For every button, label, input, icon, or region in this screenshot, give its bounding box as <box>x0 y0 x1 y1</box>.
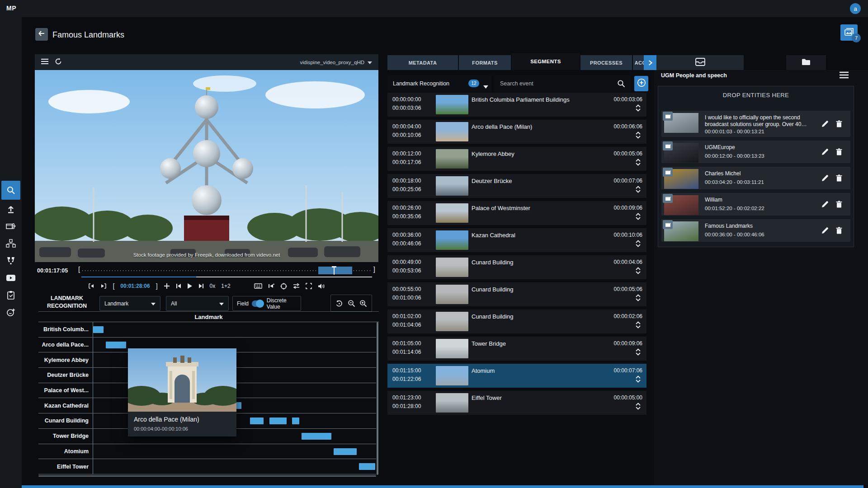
go-to-mark-in-button[interactable] <box>268 283 274 289</box>
tab-processes[interactable]: PROCESSES <box>580 55 632 70</box>
entity-card[interactable]: Famous Landmarks 00:00:36:00 - 00:00:46:… <box>661 219 850 242</box>
segment-row[interactable]: 00:01:02:00 00:01:04:06 Cunard Building … <box>387 310 646 333</box>
chevron-down-icon[interactable] <box>483 82 488 90</box>
folder-tab[interactable] <box>786 55 826 70</box>
search-icon[interactable] <box>617 80 625 88</box>
back-button[interactable] <box>35 28 48 41</box>
segment-row[interactable]: 00:00:26:00 00:00:35:06 Palace of Westmi… <box>387 201 646 225</box>
timeline-vertical-scrollbar[interactable] <box>377 322 378 475</box>
fullscreen-button[interactable] <box>306 283 312 289</box>
segment-reorder-control[interactable] <box>636 213 641 220</box>
scrubber-selection[interactable] <box>318 267 352 274</box>
delete-entity-button[interactable] <box>836 201 842 208</box>
segment-reorder-control[interactable] <box>636 321 641 328</box>
sidebar-item-upload[interactable] <box>0 201 22 218</box>
playhead-marker[interactable] <box>334 266 335 275</box>
filter-dropdown[interactable]: All <box>166 296 229 311</box>
add-marker-button[interactable] <box>164 283 170 289</box>
segment-reorder-control[interactable] <box>636 294 641 301</box>
segment-reorder-control[interactable] <box>636 104 641 112</box>
entity-card[interactable]: Charles Michel 00:03:04:20 - 00:03:11:21 <box>661 167 850 189</box>
library-tab-strip[interactable] <box>656 55 744 70</box>
delete-entity-button[interactable] <box>836 148 842 155</box>
tab-segments[interactable]: SEGMENTS <box>512 53 580 70</box>
sidebar-item-tasks[interactable] <box>0 286 22 304</box>
sidebar-item-scene-edit[interactable] <box>0 218 22 235</box>
edit-entity-button[interactable] <box>821 227 829 234</box>
segment-reorder-control[interactable] <box>636 186 641 193</box>
tabs-overflow-button[interactable] <box>644 55 656 70</box>
segment-reorder-control[interactable] <box>636 403 641 410</box>
skip-to-end-button[interactable] <box>198 283 204 289</box>
timeline-bar[interactable] <box>106 342 126 348</box>
sidebar-item-blocks[interactable] <box>0 252 22 269</box>
tab-metadata[interactable]: METADATA <box>387 55 458 70</box>
audio-channels-label[interactable]: 1+2 <box>221 283 230 289</box>
play-button[interactable] <box>187 283 193 289</box>
timeline-row[interactable]: Eiffel Tower <box>38 459 376 474</box>
timeline-bar[interactable] <box>269 418 287 424</box>
segment-reorder-control[interactable] <box>636 348 641 356</box>
proxy-format-select[interactable]: vidispine_video_proxy_qHD <box>300 60 372 65</box>
segment-reorder-control[interactable] <box>636 375 641 383</box>
sidebar-item-workflow[interactable] <box>0 235 22 252</box>
segment-row[interactable]: 00:00:55:00 00:01:00:06 Cunard Building … <box>387 282 646 306</box>
shortcuts-keyboard-button[interactable] <box>254 283 262 289</box>
entity-card[interactable]: UGMEurope 00:00:12:00 - 00:00:13:23 <box>661 141 850 163</box>
sidebar-item-status-add[interactable] <box>0 304 22 321</box>
edit-entity-button[interactable] <box>821 174 829 182</box>
swap-arrows-button[interactable] <box>293 283 300 289</box>
segment-row[interactable]: 00:01:15:00 00:01:22:06 Atomium 00:00:07… <box>387 364 646 388</box>
timeline-scrubber[interactable]: [ ] <box>81 266 372 275</box>
segment-row[interactable]: 00:01:05:00 00:01:14:06 Tower Bridge 00:… <box>387 337 646 361</box>
delete-entity-button[interactable] <box>836 174 842 182</box>
user-avatar[interactable]: a <box>850 3 861 14</box>
timeline-bar[interactable] <box>302 433 331 440</box>
loop-settings-button[interactable] <box>280 283 287 290</box>
field-dropdown[interactable]: Landmark <box>99 296 160 311</box>
edit-entity-button[interactable] <box>821 120 829 127</box>
timeline-bar[interactable] <box>250 418 264 424</box>
reset-zoom-button[interactable] <box>335 300 343 307</box>
zoom-out-button[interactable] <box>348 300 355 307</box>
search-event-input[interactable] <box>494 80 617 87</box>
player-menu-button[interactable] <box>41 58 49 66</box>
segment-row[interactable]: 00:00:12:00 00:00:17:06 Kylemore Abbey 0… <box>387 147 646 171</box>
entity-panel-menu-button[interactable] <box>839 71 849 80</box>
segment-reorder-control[interactable] <box>636 267 641 274</box>
sidebar-item-search[interactable] <box>1 181 20 200</box>
timeline-bar[interactable] <box>359 463 375 470</box>
step-forward-frame-button[interactable] <box>100 283 107 289</box>
segment-row[interactable]: 00:00:00:00 00:00:03:06 British Columbia… <box>387 93 646 117</box>
edit-entity-button[interactable] <box>821 201 829 208</box>
playback-speed-label[interactable]: 0x <box>210 283 216 289</box>
segment-row[interactable]: 00:00:49:00 00:00:53:06 Cunard Building … <box>387 255 646 279</box>
timeline-horizontal-scrollbar[interactable] <box>38 475 376 477</box>
segment-reorder-control[interactable] <box>636 159 641 166</box>
mark-out-bracket[interactable]: ] <box>156 282 158 290</box>
discrete-value-toggle[interactable] <box>252 300 264 307</box>
step-back-frame-button[interactable] <box>88 283 94 289</box>
zoom-in-button[interactable] <box>359 300 367 307</box>
timeline-row[interactable]: Atomium <box>38 444 376 460</box>
timeline-bar[interactable] <box>334 448 357 455</box>
timeline-bar[interactable] <box>93 326 104 333</box>
sidebar-item-video-player[interactable] <box>0 269 22 286</box>
segment-row[interactable]: 00:01:23:00 00:01:28:00 Eiffel Tower 00:… <box>387 391 646 415</box>
tab-formats[interactable]: FORMATS <box>459 55 511 70</box>
timeline-row[interactable]: British Columb... <box>38 322 376 338</box>
edit-entity-button[interactable] <box>821 148 829 155</box>
timeline-bar[interactable] <box>292 418 299 424</box>
mark-timecode[interactable]: 00:01:28:06 <box>120 283 150 289</box>
segment-row[interactable]: 00:00:18:00 00:00:25:06 Deutzer Brücke 0… <box>387 174 646 198</box>
skip-to-start-button[interactable] <box>176 283 181 289</box>
segment-row[interactable]: 00:00:04:00 00:00:10:06 Arco della Pace … <box>387 120 646 144</box>
add-segment-button[interactable] <box>634 76 648 91</box>
player-refresh-button[interactable] <box>55 58 62 67</box>
entity-card[interactable]: William 00:01:52:20 - 00:02:02:22 <box>661 193 850 216</box>
segment-reorder-control[interactable] <box>636 131 641 139</box>
video-viewport[interactable]: Stock footage provided by Freepik, downl… <box>35 70 378 262</box>
volume-button[interactable] <box>318 283 325 289</box>
segment-row[interactable]: 00:00:36:00 00:00:46:06 Kazan Cathedral … <box>387 228 646 252</box>
delete-entity-button[interactable] <box>836 227 842 234</box>
